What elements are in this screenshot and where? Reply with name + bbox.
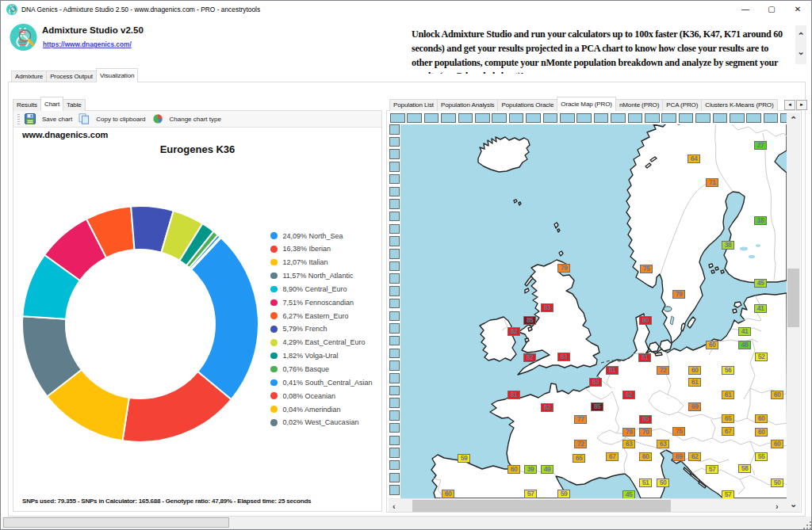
scroll-up-icon[interactable]: ⌃ (797, 31, 805, 40)
map-marker[interactable]: 57 (524, 490, 537, 498)
map-marker[interactable]: 45 (622, 490, 635, 499)
map-marker[interactable]: 65 (722, 414, 734, 423)
copy-to-clipboard-button[interactable]: Copy to clipboard (77, 113, 150, 124)
map-marker[interactable]: 81 (606, 366, 619, 375)
toolbar-grip[interactable] (17, 114, 20, 124)
scroll-down-icon[interactable]: ⌄ (787, 499, 800, 509)
map-marker[interactable]: 79 (672, 290, 685, 299)
map-marker[interactable]: 58 (738, 464, 751, 473)
donut-chart[interactable] (21, 205, 259, 443)
map-marker[interactable]: 65 (573, 454, 585, 463)
save-chart-button[interactable]: Save chart (23, 113, 77, 124)
map-marker[interactable]: 61 (722, 391, 734, 399)
map-marker[interactable]: 80 (639, 415, 652, 424)
change-chart-type-button[interactable]: Change chart type (151, 113, 226, 124)
map-marker[interactable]: 67 (606, 452, 619, 461)
map-marker[interactable]: 52 (755, 353, 768, 361)
map-marker[interactable]: 69 (688, 402, 701, 411)
window-horizontal-scrollbar[interactable] (2, 517, 811, 529)
map-marker[interactable]: 79 (622, 428, 635, 437)
map-marker[interactable]: 64 (688, 154, 700, 163)
map-marker[interactable]: 82 (508, 327, 520, 336)
map-marker[interactable]: 81 (508, 391, 520, 399)
maximize-button[interactable]: ▢ (760, 1, 783, 18)
map-marker[interactable]: 72 (574, 440, 587, 448)
map-marker[interactable]: 85 (591, 402, 603, 411)
window-hscroll-thumb[interactable] (3, 517, 229, 528)
map-marker[interactable]: 69 (672, 452, 685, 461)
tab-results[interactable]: Results (13, 99, 41, 112)
map-marker[interactable]: 55 (755, 452, 768, 461)
map-marker[interactable]: 60 (508, 465, 520, 474)
map-hscroll-thumb[interactable] (412, 500, 671, 512)
map-marker[interactable]: 50 (657, 479, 669, 487)
map-marker[interactable]: 60 (755, 428, 768, 437)
tab-table[interactable]: Table (63, 99, 86, 112)
map-marker[interactable]: 59 (557, 490, 570, 498)
tab-populations-oracle[interactable]: Populations Oracle (498, 99, 557, 112)
map-marker[interactable]: 79 (557, 264, 570, 273)
map-horizontal-scrollbar[interactable]: ‹ › (389, 498, 787, 512)
map-marker[interactable]: 83 (589, 378, 602, 387)
map-marker[interactable]: 38 (722, 241, 734, 250)
map-marker[interactable]: 83 (541, 303, 553, 312)
map-marker[interactable]: 75 (672, 427, 685, 436)
tab-population-analysis[interactable]: Population Analysis (438, 99, 498, 112)
tab-population-list[interactable]: Population List (389, 99, 438, 112)
map-marker[interactable]: 56 (722, 366, 734, 375)
map-marker[interactable]: 63 (622, 440, 635, 448)
map-marker[interactable]: 51 (639, 479, 652, 487)
map-marker[interactable]: 72 (657, 366, 669, 375)
map-marker[interactable]: 77 (574, 415, 587, 424)
map-marker[interactable]: 75 (640, 265, 653, 273)
map-marker[interactable]: 49 (541, 465, 553, 474)
map-marker[interactable]: 67 (722, 427, 734, 436)
title-bar[interactable]: DNA Genics - Admixture Studio 2.50 - www… (1, 1, 811, 18)
map-marker[interactable]: 81 (638, 353, 651, 362)
tab-scroll-left-button[interactable]: ◄ (784, 100, 795, 110)
tab-nmonte-pro[interactable]: nMonte (PRO) (616, 99, 663, 112)
map-vertical-scrollbar[interactable]: ⌃ ⌄ (787, 112, 800, 512)
map-vscroll-thumb[interactable] (787, 269, 799, 327)
map-marker[interactable]: 50 (771, 479, 783, 487)
tab-oracle-map-pro[interactable]: Oracle Map (PRO) (557, 97, 616, 111)
map-marker[interactable]: 71 (706, 178, 718, 187)
map-marker[interactable]: 60 (706, 341, 718, 349)
map-marker[interactable]: 82 (541, 403, 553, 412)
map-marker[interactable]: 27 (754, 141, 767, 150)
website-link[interactable]: https://www.dnagenics.com/ (43, 40, 132, 48)
map-marker[interactable]: 62 (688, 452, 701, 461)
minimize-button[interactable]: — (733, 1, 757, 18)
map-marker[interactable]: 63 (657, 440, 669, 448)
map-marker[interactable]: 60 (755, 414, 768, 423)
map-marker[interactable]: 45 (754, 279, 767, 288)
tab-pca-pro[interactable]: PCA (PRO) (663, 99, 702, 112)
map-marker[interactable]: 48 (738, 341, 751, 349)
map-marker[interactable]: 18 (754, 216, 767, 225)
map-marker[interactable]: 70 (639, 428, 652, 437)
map-marker[interactable]: 60 (639, 452, 652, 461)
map-marker[interactable]: 82 (622, 391, 635, 399)
tab-clusters-k-means-pro[interactable]: Clusters K-Means (PRO) (702, 99, 777, 112)
close-button[interactable]: ✕ (786, 1, 810, 18)
map-marker[interactable]: 57 (722, 490, 734, 499)
announcement-scrollbar[interactable]: ⌃ ⌄ (795, 25, 806, 64)
map-marker[interactable]: 60 (688, 366, 701, 375)
europe-map[interactable]: 2718483845414139494552565955575851505057… (389, 112, 787, 498)
map-marker[interactable]: 82 (523, 353, 536, 362)
scroll-down-icon[interactable]: ⌄ (797, 47, 805, 56)
map-marker[interactable]: 41 (738, 327, 751, 336)
tab-process-output[interactable]: Process Output (47, 71, 97, 83)
map-marker[interactable]: 60 (771, 440, 783, 448)
tab-admixture[interactable]: Admixture (11, 71, 47, 83)
map-marker[interactable]: 39 (524, 465, 537, 474)
scroll-up-icon[interactable]: ⌃ (787, 115, 800, 125)
tab-scroll-right-button[interactable]: ► (796, 100, 807, 110)
scroll-right-icon[interactable]: › (776, 501, 779, 511)
scroll-left-icon[interactable]: ‹ (393, 501, 396, 511)
announcement-text[interactable]: Unlock Admixture Studio and run your cal… (412, 28, 784, 74)
map-marker[interactable]: 41 (754, 304, 767, 313)
map-marker[interactable]: 59 (458, 454, 470, 463)
map-marker[interactable]: 85 (523, 316, 536, 325)
map-marker[interactable]: 60 (771, 391, 783, 399)
